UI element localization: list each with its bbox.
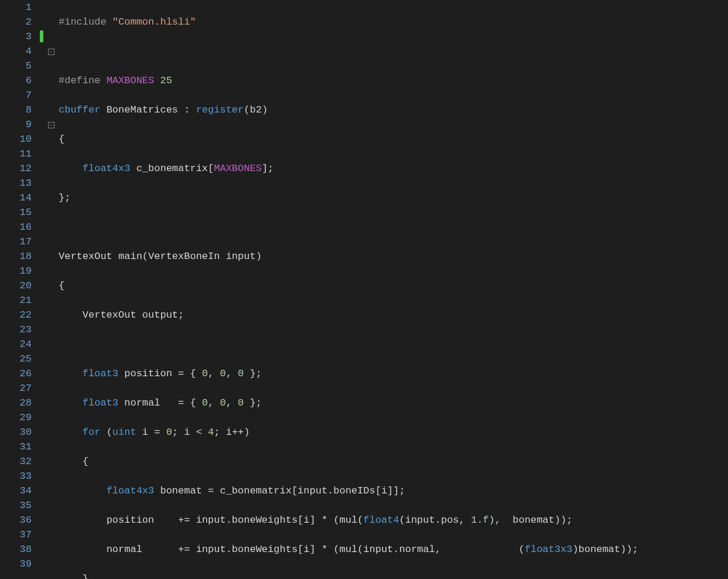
code-line[interactable] bbox=[59, 220, 728, 234]
identifier-token: BoneMatrices bbox=[107, 104, 184, 115]
type-token: float3 bbox=[83, 397, 124, 408]
line-number-gutter: 1 2 3 4 5 6 7 8 9 10 11 12 13 14 15 16 1… bbox=[0, 0, 40, 579]
line-number: 34 bbox=[0, 483, 32, 498]
code-line[interactable]: float3 normal = { 0, 0, 0 }; bbox=[59, 396, 728, 410]
code-line[interactable]: VertexOut main(VertexBoneIn input) bbox=[59, 249, 728, 264]
line-number: 2 bbox=[0, 15, 32, 29]
line-number: 13 bbox=[0, 176, 32, 190]
keyword-token: register bbox=[196, 104, 244, 115]
preprocessor-token: #include bbox=[59, 16, 112, 28]
line-number: 27 bbox=[0, 381, 32, 396]
line-number: 6 bbox=[0, 73, 32, 88]
line-number: 21 bbox=[0, 293, 32, 308]
string-token: "Common.hlsli" bbox=[112, 16, 196, 28]
line-number: 1 bbox=[0, 0, 32, 15]
line-number: 28 bbox=[0, 396, 32, 410]
code-line[interactable]: } bbox=[59, 571, 728, 579]
line-number: 11 bbox=[0, 147, 32, 161]
line-number: 16 bbox=[0, 220, 32, 234]
line-number: 14 bbox=[0, 190, 32, 205]
line-number: 37 bbox=[0, 527, 32, 542]
type-token: float3 bbox=[83, 368, 124, 379]
line-number: 36 bbox=[0, 513, 32, 527]
code-line[interactable] bbox=[59, 337, 728, 352]
code-line[interactable]: { bbox=[59, 454, 728, 469]
code-line[interactable]: normal += input.boneWeights[i] * (mul(in… bbox=[59, 542, 728, 557]
line-number: 30 bbox=[0, 425, 32, 440]
code-line[interactable]: for (uint i = 0; i < 4; i++) bbox=[59, 425, 728, 440]
line-number: 3 bbox=[0, 29, 32, 44]
type-token: float4x3 bbox=[83, 163, 136, 174]
code-line[interactable]: position += input.boneWeights[i] * (mul(… bbox=[59, 513, 728, 527]
line-number: 29 bbox=[0, 410, 32, 425]
line-number: 4 bbox=[0, 44, 32, 59]
fold-toggle-icon[interactable]: - bbox=[48, 122, 54, 128]
macro-token: MAXBONES bbox=[214, 163, 262, 174]
code-editor[interactable]: 1 2 3 4 5 6 7 8 9 10 11 12 13 14 15 16 1… bbox=[0, 0, 728, 579]
line-number: 24 bbox=[0, 337, 32, 352]
code-line[interactable]: #include "Common.hlsli" bbox=[59, 15, 728, 29]
code-line[interactable]: { bbox=[59, 132, 728, 147]
modification-margin bbox=[40, 0, 46, 579]
keyword-token: cbuffer bbox=[59, 104, 107, 115]
line-number: 31 bbox=[0, 440, 32, 454]
line-number: 9 bbox=[0, 117, 32, 132]
code-line[interactable]: #define MAXBONES 25 bbox=[59, 73, 728, 88]
code-line[interactable]: float4x3 bonemat = c_bonematrix[input.bo… bbox=[59, 483, 728, 498]
number-token: 25 bbox=[160, 75, 172, 86]
line-number: 23 bbox=[0, 322, 32, 337]
line-number: 39 bbox=[0, 557, 32, 571]
code-line[interactable]: cbuffer BoneMatrices : register(b2) bbox=[59, 103, 728, 117]
function-name: main bbox=[118, 251, 142, 262]
line-number: 15 bbox=[0, 205, 32, 220]
fold-toggle-icon[interactable]: - bbox=[48, 49, 54, 55]
line-number: 5 bbox=[0, 59, 32, 73]
line-number: 33 bbox=[0, 469, 32, 483]
line-number: 22 bbox=[0, 308, 32, 322]
type-token: VertexOut bbox=[59, 251, 118, 262]
type-token: uint bbox=[112, 427, 142, 438]
line-number: 18 bbox=[0, 249, 32, 264]
line-number: 12 bbox=[0, 161, 32, 176]
line-number: 38 bbox=[0, 542, 32, 557]
code-line[interactable]: float4x3 c_bonematrix[MAXBONES]; bbox=[59, 161, 728, 176]
keyword-token: for bbox=[83, 427, 107, 438]
type-token: float4 bbox=[363, 515, 399, 526]
line-number: 17 bbox=[0, 234, 32, 249]
preprocessor-token: #define bbox=[59, 75, 107, 86]
line-number: 10 bbox=[0, 132, 32, 147]
fold-gutter: - - bbox=[46, 0, 56, 579]
type-token: float3x3 bbox=[525, 544, 573, 555]
line-number: 8 bbox=[0, 103, 32, 117]
line-number: 19 bbox=[0, 264, 32, 278]
line-number: 25 bbox=[0, 352, 32, 366]
code-line[interactable]: VertexOut output; bbox=[59, 308, 728, 322]
line-number: 26 bbox=[0, 366, 32, 381]
line-number: 20 bbox=[0, 278, 32, 293]
code-line[interactable] bbox=[59, 44, 728, 59]
modified-line-mark-icon bbox=[40, 30, 43, 42]
line-number: 35 bbox=[0, 498, 32, 513]
code-line[interactable]: float3 position = { 0, 0, 0 }; bbox=[59, 366, 728, 381]
type-token: VertexOut bbox=[83, 309, 142, 321]
code-line[interactable]: }; bbox=[59, 190, 728, 205]
code-area[interactable]: #include "Common.hlsli" #define MAXBONES… bbox=[56, 0, 728, 579]
type-token: float4x3 bbox=[107, 485, 160, 496]
macro-token: MAXBONES bbox=[107, 75, 160, 86]
code-line[interactable]: { bbox=[59, 278, 728, 293]
line-number: 7 bbox=[0, 88, 32, 103]
line-number: 32 bbox=[0, 454, 32, 469]
